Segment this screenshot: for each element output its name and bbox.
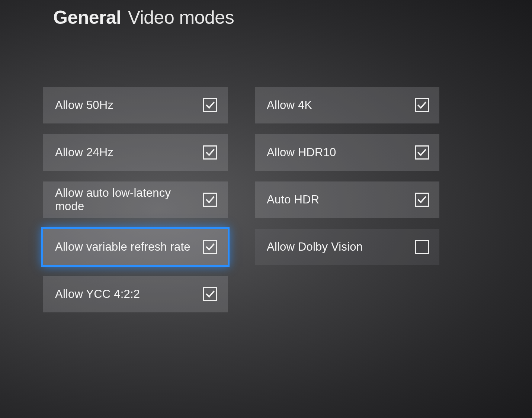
checkbox-icon	[415, 98, 429, 112]
option-label: Auto HDR	[267, 193, 319, 206]
left-column: Allow 50HzAllow 24HzAllow auto low-laten…	[43, 87, 228, 312]
checkbox-icon	[203, 98, 217, 112]
checkbox-icon	[415, 193, 429, 207]
option-label: Allow 50Hz	[55, 99, 113, 112]
option-label: Allow YCC 4:2:2	[55, 287, 140, 301]
option-label: Allow 24Hz	[55, 146, 113, 159]
option-label: Allow variable refresh rate	[55, 240, 190, 254]
left-option-0[interactable]: Allow 50Hz	[43, 87, 228, 123]
right-option-0[interactable]: Allow 4K	[255, 87, 439, 123]
option-label: Allow 4K	[267, 99, 312, 112]
options-container: Allow 50HzAllow 24HzAllow auto low-laten…	[43, 87, 439, 312]
checkbox-icon	[203, 145, 217, 160]
left-option-4[interactable]: Allow YCC 4:2:2	[43, 276, 228, 312]
checkbox-icon	[203, 193, 217, 207]
checkbox-icon	[415, 145, 429, 160]
left-option-2[interactable]: Allow auto low-latency mode	[43, 181, 228, 218]
option-label: Allow Dolby Vision	[267, 240, 363, 254]
right-option-1[interactable]: Allow HDR10	[255, 134, 439, 171]
left-option-1[interactable]: Allow 24Hz	[43, 134, 228, 171]
option-label: Allow auto low-latency mode	[55, 186, 203, 213]
checkbox-icon	[415, 240, 429, 254]
checkbox-icon	[203, 287, 217, 301]
option-label: Allow HDR10	[267, 146, 336, 159]
page-header: General Video modes	[53, 7, 234, 28]
right-option-3[interactable]: Allow Dolby Vision	[255, 229, 439, 265]
header-section: General	[53, 7, 121, 28]
right-column: Allow 4KAllow HDR10Auto HDRAllow Dolby V…	[255, 87, 439, 312]
right-option-2[interactable]: Auto HDR	[255, 181, 439, 218]
left-option-3[interactable]: Allow variable refresh rate	[43, 229, 228, 265]
checkbox-icon	[203, 240, 217, 254]
header-title: Video modes	[128, 7, 234, 28]
